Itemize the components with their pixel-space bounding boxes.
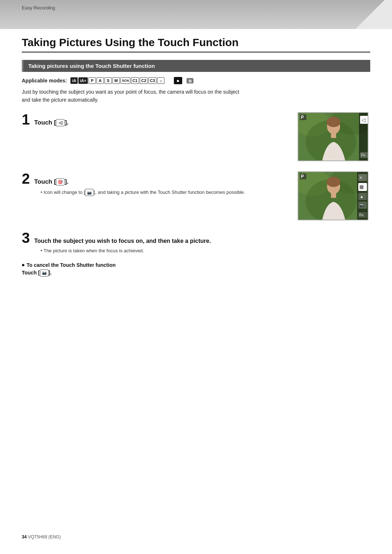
svg-rect-6 bbox=[331, 133, 336, 138]
mode-custom-icon: ☼ bbox=[157, 77, 164, 84]
step-2-row: 2 Touch [🎯]. Icon will change to [📷], an… bbox=[22, 171, 370, 220]
svg-text:P: P bbox=[301, 174, 304, 179]
step-1-number-text: 1 Touch [◁]. bbox=[22, 112, 287, 127]
svg-text:P: P bbox=[301, 115, 304, 120]
mode-a-icon: A bbox=[97, 77, 104, 84]
cancel-touch-text: Touch [📷]. bbox=[22, 269, 370, 277]
step-3-instruction: Touch the subject you wish to focus on, … bbox=[34, 238, 211, 244]
step-1-photo: P ◁ Fn bbox=[298, 112, 370, 161]
mode-ia-icon: iA bbox=[70, 77, 78, 84]
step1-icon: ◁ bbox=[56, 119, 65, 126]
cancel-heading: To cancel the Touch Shutter function bbox=[22, 262, 370, 268]
camera-mode-icon: ● bbox=[174, 77, 182, 84]
step-1-camera-screen: P ◁ Fn bbox=[298, 112, 368, 161]
content-area: Taking Pictures Using the Touch Function… bbox=[0, 29, 392, 291]
step-2-left: 2 Touch [🎯]. Icon will change to [📷], an… bbox=[22, 171, 287, 196]
footer-doc-code: VQT5H68 (ENG) bbox=[28, 534, 61, 539]
svg-text:▲: ▲ bbox=[360, 194, 364, 199]
svg-text:≡: ≡ bbox=[360, 175, 362, 180]
svg-point-5 bbox=[327, 117, 340, 127]
step-1-number: 1 bbox=[22, 112, 30, 127]
mode-m-icon: M bbox=[113, 77, 120, 84]
svg-text:▦: ▦ bbox=[359, 184, 364, 190]
svg-point-19 bbox=[327, 177, 340, 187]
step-2-camera-screen: P ≡ ▦ ▲ 📷 bbox=[298, 171, 368, 220]
step-2-instruction: Touch [🎯]. bbox=[34, 178, 69, 186]
page-title: Taking Pictures Using the Touch Function bbox=[22, 36, 370, 53]
modes-group: iA iA+ P A S M SCN C1 C2 C3 ☼ bbox=[70, 77, 164, 84]
mode-ia-plus-icon: iA+ bbox=[78, 77, 87, 84]
header-band: Easy Recording bbox=[0, 0, 392, 29]
section-heading: Taking pictures using the Touch Shutter … bbox=[22, 60, 370, 72]
mode-c3-icon: C3 bbox=[148, 77, 156, 84]
step-2-sub-item: Icon will change to [📷], and taking a pi… bbox=[41, 189, 287, 196]
mode-c1-icon: C1 bbox=[131, 77, 139, 84]
step-2-sub: Icon will change to [📷], and taking a pi… bbox=[41, 189, 287, 196]
mode-scn-icon: SCN bbox=[121, 77, 130, 84]
svg-text:◁: ◁ bbox=[362, 117, 366, 123]
grid-mode-icon: ▦ bbox=[187, 78, 193, 83]
step-3-number: 3 bbox=[22, 231, 30, 245]
step-1-instruction: Touch [◁]. bbox=[34, 119, 69, 127]
step-2-number-text: 2 Touch [🎯]. bbox=[22, 171, 287, 186]
step2-changed-icon: 📷 bbox=[85, 189, 94, 196]
step-2-number: 2 bbox=[22, 171, 30, 186]
svg-text:Fn: Fn bbox=[361, 153, 366, 157]
svg-text:📷: 📷 bbox=[360, 203, 364, 208]
cancel-icon: 📷 bbox=[40, 269, 49, 277]
svg-text:Fn: Fn bbox=[359, 213, 364, 217]
intro-text: Just by touching the subject you want as… bbox=[22, 88, 240, 104]
applicable-modes-label: Applicable modes: bbox=[22, 78, 67, 83]
mode-p-icon: P bbox=[89, 77, 96, 84]
svg-rect-20 bbox=[331, 193, 336, 198]
section-label: Easy Recording bbox=[22, 5, 55, 11]
footer-page-number: 34 bbox=[22, 534, 26, 539]
step-2-photo: P ≡ ▦ ▲ 📷 bbox=[298, 171, 370, 220]
step-1-left: 1 Touch [◁]. bbox=[22, 112, 287, 130]
mode-s-icon: S bbox=[105, 77, 112, 84]
step-1-row: 1 Touch [◁]. bbox=[22, 112, 370, 161]
cancel-section: To cancel the Touch Shutter function Tou… bbox=[22, 262, 370, 277]
applicable-modes-row: Applicable modes: iA iA+ P A S M SCN C1 … bbox=[22, 77, 370, 84]
mode-c2-icon: C2 bbox=[140, 77, 148, 84]
step-3-number-text: 3 Touch the subject you wish to focus on… bbox=[22, 231, 370, 245]
page-wrapper: Easy Recording Taking Pictures Using the… bbox=[0, 0, 392, 554]
step2-icon: 🎯 bbox=[56, 178, 65, 186]
footer: 34 VQT5H68 (ENG) bbox=[22, 534, 61, 539]
step-3-sub: • The picture is taken when the focus is… bbox=[41, 248, 370, 253]
step-3-row: 3 Touch the subject you wish to focus on… bbox=[22, 231, 370, 253]
